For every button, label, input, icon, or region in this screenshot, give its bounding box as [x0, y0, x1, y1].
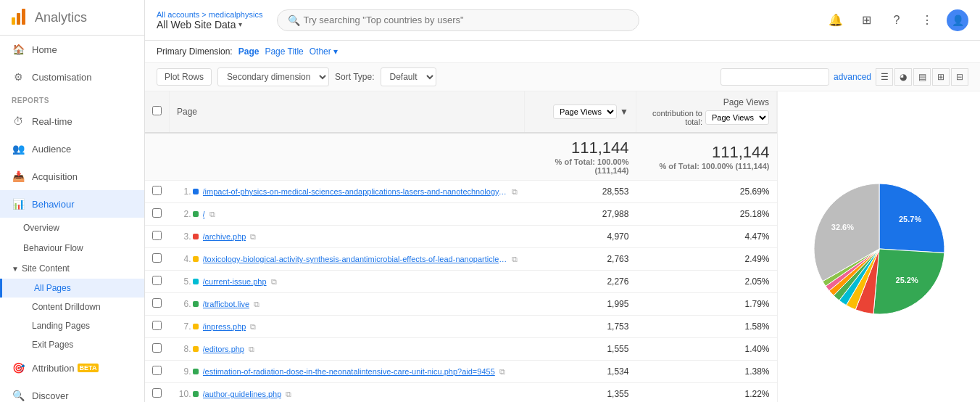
view-icons: ☰ ◕ ▤ ⊞ ⊟	[876, 68, 968, 86]
sidebar-item-overview-label: Overview	[23, 223, 59, 233]
row-number: 4.	[177, 254, 191, 264]
sidebar-item-acquisition[interactable]: 📥 Acquisition	[0, 163, 144, 190]
sidebar-item-attribution[interactable]: 🎯 Attribution BETA	[0, 354, 144, 382]
sidebar-item-behaviour[interactable]: 📊 Behaviour	[0, 190, 144, 218]
sidebar-item-audience-label: Audience	[32, 144, 71, 155]
sidebar-item-home[interactable]: 🏠 Home	[0, 36, 144, 63]
page-link[interactable]: /current-issue.php	[203, 277, 267, 286]
pie-view-icon[interactable]: ◕	[894, 68, 912, 86]
row-checkbox[interactable]	[152, 343, 162, 353]
page-link[interactable]: /toxicology-biological-activity-synthesi…	[203, 255, 507, 263]
copy-icon[interactable]: ⧉	[286, 390, 291, 399]
page-link[interactable]: /impact-of-physics-on-medical-sciences-a…	[203, 187, 507, 196]
sidebar-item-discover[interactable]: 🔍 Discover	[0, 382, 144, 402]
sidebar-item-content-drilldown[interactable]: Content Drilldown	[0, 298, 144, 316]
bell-icon[interactable]: 🔔	[825, 9, 847, 31]
contribution-dropdown[interactable]: Page Views	[705, 110, 769, 125]
row-checkbox[interactable]	[152, 366, 162, 375]
primary-dim-other[interactable]: Other ▾	[310, 46, 338, 57]
metric1-cell: 2,276	[525, 271, 636, 293]
account-name[interactable]: All Web Site Data ▾	[157, 19, 262, 30]
row-checkbox[interactable]	[152, 231, 162, 240]
account-dropdown-arrow: ▾	[238, 20, 242, 28]
metric1-cell: 1,534	[525, 361, 636, 383]
copy-icon[interactable]: ⧉	[271, 277, 277, 287]
row-checkbox[interactable]	[152, 276, 162, 285]
page-link[interactable]: /trafficbot.live	[203, 300, 250, 308]
row-number: 3.	[177, 231, 191, 242]
pivot-view-icon[interactable]: ⊟	[951, 68, 968, 86]
page-link[interactable]: /author-guidelines.php	[203, 390, 282, 398]
table-search-input[interactable]	[721, 68, 829, 86]
avatar[interactable]: 👤	[947, 9, 968, 31]
compare-view-icon[interactable]: ⊞	[932, 68, 950, 86]
advanced-link[interactable]: advanced	[834, 72, 871, 82]
row-checkbox[interactable]	[152, 208, 162, 218]
primary-dim-page[interactable]: Page	[238, 46, 259, 57]
sidebar-item-behaviour-flow[interactable]: Behaviour Flow	[0, 238, 144, 258]
copy-icon[interactable]: ⧉	[249, 345, 254, 354]
metric1-cell: 27,988	[525, 203, 636, 226]
table-view-icon[interactable]: ☰	[876, 68, 893, 86]
page-link[interactable]: /inpress.php	[203, 322, 246, 331]
row-checkbox[interactable]	[152, 186, 162, 195]
customisation-icon: ⚙	[12, 70, 25, 83]
attribution-beta-badge: BETA	[78, 364, 99, 372]
sort-type-select[interactable]: Default	[381, 67, 436, 86]
sidebar-item-exit-pages[interactable]: Exit Pages	[0, 335, 144, 354]
sidebar-item-overview[interactable]: Overview	[0, 218, 144, 238]
copy-icon[interactable]: ⧉	[512, 255, 518, 264]
sidebar-item-landing-pages[interactable]: Landing Pages	[0, 316, 144, 335]
sidebar-item-audience[interactable]: 👥 Audience	[0, 135, 144, 163]
grid-icon[interactable]: ⊞	[855, 9, 877, 31]
page-link[interactable]: /archive.php	[203, 232, 246, 241]
sidebar-item-real-time[interactable]: ⏱ Real-time	[0, 107, 144, 135]
page-color-dot	[193, 234, 199, 239]
metric2-cell: 2.49%	[636, 248, 776, 271]
row-checkbox[interactable]	[152, 253, 162, 263]
copy-icon[interactable]: ⧉	[250, 322, 256, 332]
plot-rows-button[interactable]: Plot Rows	[157, 68, 212, 86]
metric1-cell: 1,995	[525, 293, 636, 316]
sidebar-item-exit-pages-label: Exit Pages	[32, 340, 73, 350]
help-icon[interactable]: ?	[886, 9, 908, 31]
secondary-dimension-select[interactable]: Secondary dimension	[217, 67, 329, 86]
copy-icon[interactable]: ⧉	[499, 367, 505, 377]
page-color-dot	[193, 346, 199, 352]
page-color-dot	[193, 211, 199, 217]
page-link[interactable]: /editors.php	[203, 345, 244, 353]
row-checkbox[interactable]	[152, 388, 162, 398]
page-link[interactable]: /	[203, 210, 205, 218]
sidebar-item-site-content[interactable]: ▼ Site Content	[0, 258, 144, 279]
copy-icon[interactable]: ⧉	[512, 187, 518, 197]
main-content: All accounts > medicalphysics All Web Si…	[145, 0, 980, 402]
bar-view-icon[interactable]: ▤	[913, 68, 931, 86]
primary-dim-page-title[interactable]: Page Title	[265, 46, 303, 57]
page-link[interactable]: /estimation-of-radiation-dose-in-the-neo…	[203, 367, 495, 376]
metric1-cell: 2,763	[525, 248, 636, 271]
svg-rect-2	[22, 9, 25, 25]
sort-type-label: Sort Type:	[335, 72, 374, 82]
more-vert-icon[interactable]: ⋮	[916, 9, 938, 31]
topbar-search[interactable]: 🔍	[277, 9, 639, 31]
metric1-cell: 1,753	[525, 316, 636, 338]
select-all-checkbox[interactable]	[152, 106, 162, 115]
row-checkbox[interactable]	[152, 298, 162, 308]
row-checkbox-cell	[145, 361, 170, 383]
copy-icon[interactable]: ⧉	[209, 210, 215, 219]
sidebar-item-customisation[interactable]: ⚙ Customisation	[0, 63, 144, 91]
row-checkbox[interactable]	[152, 321, 162, 330]
metric1-dropdown[interactable]: Page Views	[553, 104, 617, 119]
metric1-column-header: Page Views ▼	[525, 91, 636, 133]
copy-icon[interactable]: ⧉	[250, 232, 256, 242]
primary-dimension-label: Primary Dimension:	[157, 46, 233, 57]
table-row: 7. /inpress.php ⧉ 1,753 1.58%	[145, 316, 777, 338]
audience-icon: 👥	[12, 142, 25, 155]
table-row: 8. /editors.php ⧉ 1,555 1.40%	[145, 338, 777, 361]
pie-label: 25.2%	[895, 276, 918, 284]
metric1-cell: 1,355	[525, 383, 636, 403]
sidebar-item-all-pages[interactable]: All Pages	[0, 279, 144, 298]
search-input[interactable]	[303, 15, 628, 25]
table-row: 5. /current-issue.php ⧉ 2,276 2.05%	[145, 271, 777, 293]
copy-icon[interactable]: ⧉	[254, 300, 259, 309]
